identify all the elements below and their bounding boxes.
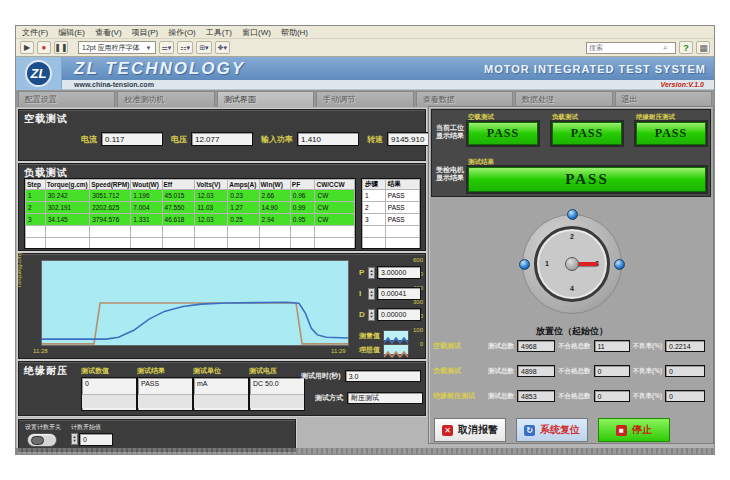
pid-value[interactable]: 3.00000 <box>377 266 421 279</box>
app-window: 文件(F)编辑(E)查看(V)项目(P)操作(O)工具(T)窗口(W)帮助(H)… <box>15 25 715 455</box>
table-empty-row[interactable] <box>26 226 355 238</box>
cancel-alarm-button[interactable]: ✕ 取消报警 <box>434 418 506 442</box>
tab-item[interactable]: 数据处理 <box>515 91 612 107</box>
insulation-field: 测试结果PASS <box>137 366 193 411</box>
step-empty-row[interactable] <box>363 226 420 238</box>
run-button[interactable]: ▶ <box>20 41 34 54</box>
position-gauge[interactable]: 1 2 3 4 <box>517 209 627 319</box>
step-row[interactable]: 1PASS <box>363 190 420 202</box>
overall-pass-indicator: PASS <box>468 167 706 192</box>
help-icon[interactable]: ? <box>679 41 693 54</box>
insulation-field-label: 测试电压 <box>249 366 305 376</box>
pid-label: D <box>359 310 366 319</box>
stat-fail-value: 11 <box>594 340 630 352</box>
table-cell: 2.94 <box>259 214 290 226</box>
table-row[interactable]: 130.2423051.7121.19645.01512.030.232.660… <box>26 190 355 202</box>
insulation-field-value: DC 50.0 <box>249 377 305 411</box>
tab-item[interactable]: 配置设置 <box>18 91 115 107</box>
stat-fail-value: 0 <box>594 390 630 402</box>
stat-fail-value: 0 <box>594 365 630 377</box>
y-tick: 600 <box>405 257 423 263</box>
table-empty-row[interactable] <box>26 238 355 250</box>
menu-item[interactable]: 文件(F) <box>22 27 48 38</box>
menu-item[interactable]: 查看(V) <box>95 27 122 38</box>
menu-item[interactable]: 操作(O) <box>168 27 196 38</box>
grid-icon[interactable]: ▦ <box>696 41 710 54</box>
table-cell: 302.191 <box>45 202 89 214</box>
stop-button[interactable]: ■ 停止 <box>598 418 670 442</box>
reorder-button[interactable]: ✥▾ <box>215 41 230 54</box>
led-label: 空载测试 <box>468 113 494 122</box>
stat-rate-value: 0 <box>665 390 705 402</box>
table-cell: 1.27 <box>228 202 259 214</box>
table-cell: CW <box>315 190 355 202</box>
step-row[interactable]: 3PASS <box>363 214 420 226</box>
chart-series-svg <box>42 261 348 345</box>
column-header: Volts(V) <box>195 180 228 190</box>
distribute-objects-button[interactable]: ⚏▾ <box>177 41 193 54</box>
system-reset-button[interactable]: ↻ 系统复位 <box>516 418 588 442</box>
led-label: 负载测试 <box>552 113 578 122</box>
table-cell: 1 <box>26 190 46 202</box>
table-cell: 3794.576 <box>90 214 131 226</box>
stat-total-label: 测试总数 <box>488 342 514 351</box>
table-cell: 0.23 <box>228 190 259 202</box>
table-cell: 47.550 <box>162 202 195 214</box>
resize-objects-button[interactable]: ⊞▾ <box>196 41 211 54</box>
legend-label: 测量值 <box>359 331 380 341</box>
logo-disc: ZL <box>25 60 52 87</box>
tab-item[interactable]: 手动调节 <box>316 91 413 107</box>
step-result-table[interactable]: 步骤结果1PASS2PASS3PASS <box>361 178 421 249</box>
font-selector-label: 12pt 应用程序字体 <box>82 43 140 53</box>
table-row[interactable]: 334.1453794.5761.33146.61812.030.252.940… <box>26 214 355 226</box>
table-cell: 2 <box>26 202 46 214</box>
toolbar: ▶ ● ❚❚ 12pt 应用程序字体 ▼ ⚌▾ ⚏▾ ⊞▾ ✥▾ ⌕ ? ▦ <box>16 39 714 57</box>
table-row[interactable]: 2302.1912202.6257.00447.55011.031.2714.9… <box>26 202 355 214</box>
font-selector[interactable]: 12pt 应用程序字体 ▼ <box>78 41 156 54</box>
stat-total-label: 测试总数 <box>488 392 514 401</box>
table-cell: 7.004 <box>131 202 162 214</box>
tab-item[interactable]: 校准测功机 <box>117 91 214 107</box>
cancel-alarm-label: 取消报警 <box>458 423 498 437</box>
load-test-table[interactable]: StepTorque(g.cm)Speed(RPM)Wout(W)EffVolt… <box>24 178 356 249</box>
stat-row: 空载测试测试总数4968不合格总数11不良率(%)0.2214 <box>433 339 711 353</box>
chevron-down-icon: ▼ <box>146 45 152 51</box>
table-cell: 3051.712 <box>90 190 131 202</box>
search-input[interactable] <box>587 43 663 53</box>
gauge-number-4: 4 <box>570 285 574 292</box>
pid-spinner[interactable]: ▲▼ <box>368 309 375 321</box>
tab-active[interactable]: 测试界面 <box>217 91 314 107</box>
system-reset-label: 系统复位 <box>540 423 580 437</box>
no-load-test-panel: 空载测试 电流0.117电压12.077输入功率1.410转速9145.910 <box>18 109 426 161</box>
menu-item[interactable]: 帮助(H) <box>281 27 308 38</box>
menu-item[interactable]: 工具(T) <box>206 27 232 38</box>
pid-spinner[interactable]: ▲▼ <box>368 267 375 279</box>
menu-item[interactable]: 窗口(W) <box>242 27 271 38</box>
pid-value[interactable]: 0.00000 <box>377 308 421 321</box>
tab-bar: 配置设置校准测功机测试界面手动调节查看数据数据处理退出 <box>16 90 714 107</box>
series-测量值 <box>42 302 348 339</box>
no-load-field: 电压12.077 <box>171 132 253 146</box>
no-load-field-label: 转速 <box>367 134 383 145</box>
abort-button[interactable]: ● <box>37 41 51 54</box>
pid-spinner[interactable]: ▲▼ <box>368 288 375 300</box>
table-cell: 1.331 <box>131 214 162 226</box>
search-box[interactable]: ⌕ <box>586 42 676 54</box>
pause-button[interactable]: ❚❚ <box>54 41 68 54</box>
website-link[interactable]: www.china-tension.com <box>74 81 154 88</box>
pid-value[interactable]: 0.00041 <box>377 287 421 300</box>
insulation-field-label: 测试结果 <box>137 366 193 376</box>
menu-item[interactable]: 编辑(E) <box>58 27 85 38</box>
action-button-row: ✕ 取消报警 ↻ 系统复位 ■ 停止 <box>16 418 715 444</box>
align-objects-button[interactable]: ⚌▾ <box>159 41 175 54</box>
test-mode-value: 耐压测试 <box>347 392 423 404</box>
step-empty-row[interactable] <box>363 238 420 250</box>
step-row[interactable]: 2PASS <box>363 202 420 214</box>
alarm-icon: ✕ <box>442 425 453 436</box>
menu-item[interactable]: 项目(P) <box>132 27 159 38</box>
pid-i-control: I▲▼0.00041 <box>359 287 421 300</box>
no-load-field-label: 电压 <box>171 134 187 145</box>
tab-item[interactable]: 退出 <box>615 91 712 107</box>
tab-item[interactable]: 查看数据 <box>416 91 513 107</box>
table-cell: 12.03 <box>195 190 228 202</box>
